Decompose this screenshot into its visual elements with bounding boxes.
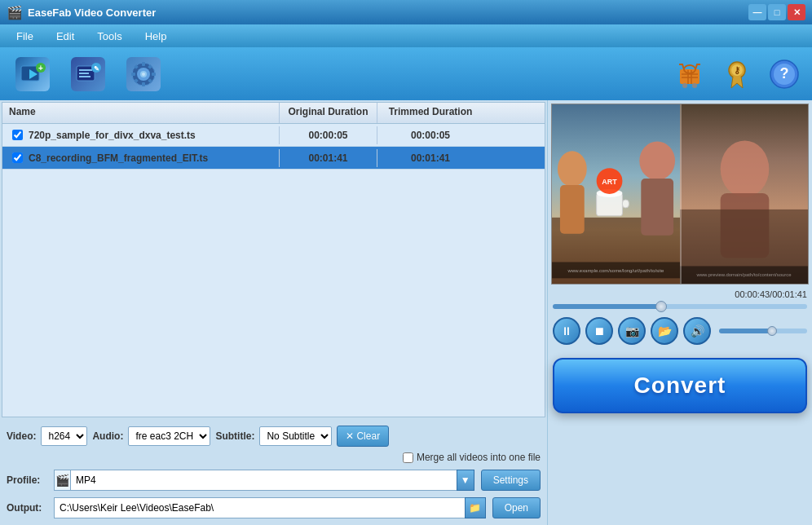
file-orig-1: 00:00:05 — [280, 126, 377, 144]
subtitle-label: Subtitle: — [215, 430, 254, 442]
preview-area: ART www.example.com/some/long/url/path/t… — [551, 104, 809, 285]
edit-icon: ✎ — [71, 57, 105, 91]
stop-icon: ⏹ — [594, 324, 605, 338]
output-label: Output: — [7, 502, 47, 514]
svg-point-50 — [721, 140, 770, 197]
folder-icon: 📁 — [469, 502, 481, 514]
profile-row: Profile: 🎬 ▼ Settings — [5, 466, 542, 494]
license-button[interactable]: ⚷ — [717, 55, 757, 94]
clear-label: Clear — [356, 430, 380, 442]
settings-icon — [126, 57, 161, 91]
time-display: 00:00:43/00:01:41 — [551, 289, 809, 299]
svg-text:ART: ART — [602, 178, 617, 186]
add-video-icon: + — [15, 57, 50, 91]
svg-text:www.preview.domain/path/to/con: www.preview.domain/path/to/content/sourc… — [695, 272, 792, 277]
volume-button[interactable]: 🔊 — [683, 317, 711, 345]
svg-rect-16 — [131, 73, 135, 76]
svg-point-13 — [142, 73, 145, 76]
clear-icon: ✕ — [346, 430, 354, 442]
menu-tools[interactable]: Tools — [87, 28, 131, 45]
file-list: Name Original Duration Trimmed Duration … — [2, 102, 545, 417]
col-header-name: Name — [2, 103, 280, 123]
pause-icon: ⏸ — [561, 324, 572, 338]
convert-button[interactable]: Convert — [553, 358, 807, 413]
menu-file[interactable]: File — [7, 28, 43, 45]
right-panel: ART www.example.com/some/long/url/path/t… — [548, 100, 812, 525]
file-trim-1: 00:00:05 — [377, 126, 483, 144]
menu-bar: File Edit Tools Help — [0, 24, 812, 47]
menu-edit[interactable]: Edit — [46, 28, 84, 45]
open-folder-button[interactable]: 📂 — [651, 317, 678, 345]
svg-text:✎: ✎ — [94, 65, 99, 73]
merge-checkbox[interactable] — [403, 452, 413, 463]
svg-text:+: + — [38, 64, 43, 73]
output-path-input[interactable] — [54, 497, 465, 518]
bottom-controls: Video: h264 Audio: fre eac3 2CH Subtitle… — [0, 419, 547, 525]
preview-right: www.preview.domain/path/to/content/sourc… — [680, 104, 808, 284]
maximize-button[interactable]: □ — [768, 4, 786, 20]
seek-bar[interactable] — [553, 304, 807, 309]
svg-text:?: ? — [780, 65, 789, 82]
table-row[interactable]: C8_recording_BFM_fragmented_EIT.ts 00:01… — [2, 147, 545, 170]
file-trim-2: 00:01:41 — [377, 149, 483, 167]
file-checkbox-2[interactable] — [12, 152, 23, 163]
volume-bar[interactable] — [719, 329, 807, 333]
profile-icon: 🎬 — [54, 470, 70, 491]
svg-rect-6 — [79, 73, 89, 74]
camera-icon: 📷 — [625, 324, 639, 338]
close-button[interactable]: ✕ — [788, 4, 805, 20]
svg-rect-17 — [152, 73, 156, 76]
app-title: EaseFab Video Converter — [28, 7, 156, 19]
profile-input[interactable] — [70, 470, 457, 491]
table-row[interactable]: 720p_sample_for_divx_dxva_test.ts 00:00:… — [2, 124, 545, 147]
video-label: Video: — [7, 430, 36, 442]
svg-point-43 — [558, 151, 587, 187]
shop-button[interactable] — [670, 55, 709, 94]
title-bar: 🎬 EaseFab Video Converter — □ ✕ — [0, 0, 812, 24]
main-area: Name Original Duration Trimmed Duration … — [0, 100, 812, 525]
file-name-2: C8_recording_BFM_fragmented_EIT.ts — [29, 152, 208, 164]
screenshot-button[interactable]: 📷 — [618, 317, 646, 345]
output-folder-button[interactable]: 📁 — [465, 497, 486, 518]
menu-help[interactable]: Help — [135, 28, 177, 45]
file-name-1: 720p_sample_for_divx_dxva_test.ts — [29, 130, 196, 141]
merge-label: Merge all videos into one file — [417, 452, 541, 463]
edit-video-button[interactable]: ✎ — [64, 51, 113, 96]
svg-text:www.example.com/some/long/url/: www.example.com/some/long/url/path/to/si… — [567, 268, 664, 273]
video-select[interactable]: h264 — [41, 426, 87, 446]
settings-button[interactable]: Settings — [481, 470, 541, 491]
open-button[interactable]: Open — [492, 497, 541, 518]
stop-button[interactable]: ⏹ — [585, 317, 613, 345]
help-button[interactable]: ? — [765, 55, 804, 94]
audio-label: Audio: — [92, 430, 123, 442]
preview-divider — [680, 104, 682, 284]
add-video-button[interactable]: + — [8, 51, 57, 96]
audio-select[interactable]: fre eac3 2CH — [128, 426, 210, 446]
codec-controls: Video: h264 Audio: fre eac3 2CH Subtitle… — [5, 422, 542, 450]
volume-thumb[interactable] — [767, 326, 777, 336]
svg-text:⚷: ⚷ — [734, 65, 740, 75]
svg-rect-46 — [641, 179, 673, 236]
volume-icon: 🔊 — [691, 324, 704, 338]
left-panel: Name Original Duration Trimmed Duration … — [0, 100, 548, 525]
toolbar-right: ⚷ ? — [670, 55, 804, 94]
options-button[interactable] — [119, 51, 168, 96]
seek-thumb[interactable] — [655, 301, 667, 312]
profile-dropdown-button[interactable]: ▼ — [457, 470, 474, 491]
svg-point-45 — [639, 141, 675, 180]
profile-label: Profile: — [7, 474, 47, 486]
minimize-button[interactable]: — — [748, 4, 766, 20]
preview-left: ART www.example.com/some/long/url/path/t… — [552, 104, 680, 284]
svg-rect-7 — [79, 76, 90, 77]
file-checkbox-1[interactable] — [12, 130, 23, 140]
clear-button[interactable]: ✕ Clear — [337, 426, 389, 447]
subtitle-select[interactable]: No Subtitle — [259, 426, 332, 446]
svg-rect-5 — [79, 69, 92, 71]
file-orig-2: 00:01:41 — [280, 149, 377, 167]
col-header-trim: Trimmed Duration — [377, 103, 483, 123]
svg-point-29 — [692, 83, 697, 88]
pause-button[interactable]: ⏸ — [553, 317, 580, 345]
col-header-orig: Original Duration — [280, 103, 377, 123]
title-bar-controls: — □ ✕ — [748, 4, 805, 20]
player-controls: ⏸ ⏹ 📷 📂 🔊 — [551, 314, 809, 348]
